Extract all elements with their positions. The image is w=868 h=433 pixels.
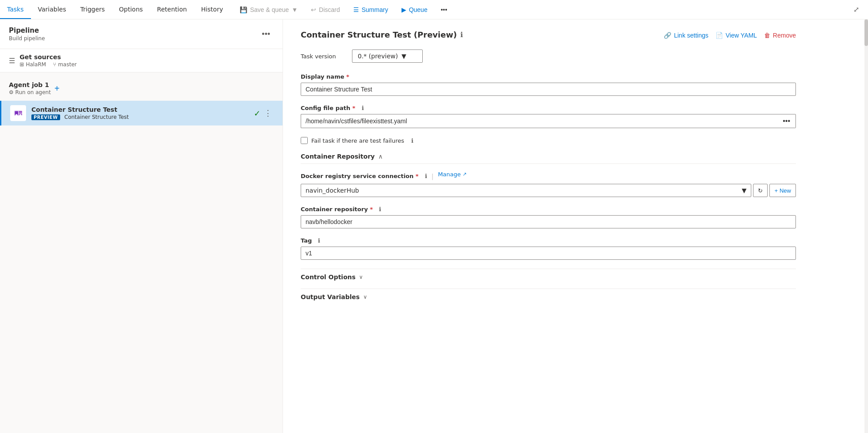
docker-info-icon-button[interactable]: ℹ (425, 173, 427, 179)
config-info-icon-button[interactable]: ℹ (362, 105, 364, 111)
tag-label-row: Tag ℹ (301, 237, 796, 244)
remove-button[interactable]: 🗑 Remove (764, 30, 796, 41)
container-repo-info-button[interactable]: ℹ (379, 206, 381, 213)
repo-collapse-icon[interactable]: ∧ (378, 153, 382, 160)
docker-divider: | (432, 173, 434, 180)
docker-registry-dropdown[interactable]: navin_dockerHub ▼ (301, 184, 751, 197)
task-item[interactable]: Container Structure Test PREVIEW Contain… (0, 101, 283, 125)
tab-history[interactable]: History (194, 0, 230, 19)
container-repo-field: Container repository * ℹ (301, 206, 796, 228)
pipeline-subtitle: Build pipeline (9, 35, 45, 42)
discard-icon: ↩ (311, 6, 316, 13)
nav-right: ⤢ (850, 2, 868, 17)
fail-task-checkbox[interactable] (301, 137, 308, 144)
task-sub: PREVIEW Container Structure Test (31, 114, 254, 120)
version-select[interactable]: 0.* (preview) ▼ (352, 49, 423, 63)
task-version-label: Task version (301, 53, 345, 60)
tab-variables[interactable]: Variables (31, 0, 73, 19)
summary-icon: ☰ (353, 6, 359, 13)
tab-retention[interactable]: Retention (150, 0, 194, 19)
pipeline-header: Pipeline Build pipeline ••• (0, 19, 283, 49)
left-panel: Pipeline Build pipeline ••• ☰ Get source… (0, 19, 283, 433)
summary-button[interactable]: ☰ Summary (348, 3, 394, 16)
check-icon: ✓ (254, 109, 260, 118)
scrollbar-thumb[interactable] (864, 19, 868, 46)
task-header-actions: 🔗 Link settings 📄 View YAML 🗑 Remove (664, 30, 796, 41)
plus-icon: + (774, 187, 778, 194)
fail-task-label[interactable]: Fail task if there are test failures (311, 137, 404, 144)
docker-registry-field: Docker registry service connection * ℹ |… (301, 171, 796, 197)
refresh-icon: ↻ (758, 187, 763, 194)
scrollbar-track (864, 19, 868, 433)
tab-triggers[interactable]: Triggers (73, 0, 112, 19)
version-chevron-icon: ▼ (401, 53, 406, 60)
task-info-icon-button[interactable]: ℹ (460, 30, 463, 39)
link-settings-button[interactable]: 🔗 Link settings (664, 30, 708, 41)
output-variables-section: Output Variables ∨ (301, 289, 796, 305)
tab-options[interactable]: Options (112, 0, 150, 19)
svg-point-6 (19, 114, 22, 116)
tag-info-button[interactable]: ℹ (318, 237, 320, 244)
display-name-input[interactable] (301, 83, 796, 96)
task-info: Container Structure Test PREVIEW Contain… (31, 106, 254, 120)
repo-required: * (370, 206, 373, 213)
docker-registry-label-row: Docker registry service connection * ℹ |… (301, 171, 796, 181)
pipeline-more-button[interactable]: ••• (258, 28, 274, 41)
config-label-row: Config file path * ℹ (301, 105, 796, 111)
get-sources-row: ☰ Get sources ⊞ HalaRM ⑂ master (0, 49, 283, 72)
agent-job-info: Agent job 1 ⚙ Run on agent (9, 81, 51, 95)
top-nav: Tasks Variables Triggers Options Retenti… (0, 0, 868, 19)
spacer (301, 70, 796, 73)
fail-task-info-button[interactable]: ℹ (411, 137, 413, 144)
branch-icon: ⑂ (53, 61, 56, 68)
more-options-button[interactable]: ••• (435, 3, 453, 16)
tab-tasks[interactable]: Tasks (0, 0, 31, 19)
repo-icon: ⊞ (19, 61, 24, 68)
tag-label: Tag (301, 237, 312, 244)
output-variables-title: Output Variables (301, 293, 359, 300)
config-file-input[interactable] (301, 114, 777, 128)
config-browse-button[interactable]: ••• (777, 114, 796, 128)
control-options-section: Control Options ∨ (301, 269, 796, 285)
display-name-label: Display name * (301, 73, 796, 80)
save-chevron-icon: ▼ (291, 6, 298, 13)
task-actions: ✓ ⋮ (254, 106, 274, 120)
task-kebab-button[interactable]: ⋮ (262, 106, 274, 120)
container-repo-input[interactable] (301, 215, 796, 228)
control-options-header[interactable]: Control Options ∨ (301, 269, 796, 285)
docker-registry-label: Docker registry service connection * (301, 173, 419, 179)
manage-link[interactable]: Manage ↗ (438, 171, 467, 181)
tag-field: Tag ℹ (301, 237, 796, 260)
dropdown-chevron-icon: ▼ (742, 187, 747, 194)
get-sources-info: Get sources ⊞ HalaRM ⑂ master (19, 53, 76, 68)
view-yaml-button[interactable]: 📄 View YAML (715, 30, 757, 41)
add-task-button[interactable]: + (51, 82, 63, 95)
manage-external-icon: ↗ (463, 171, 467, 177)
queue-play-icon: ▶ (401, 6, 406, 13)
container-repo-title: Container Repository (301, 153, 375, 160)
right-panel-inner: Container Structure Test (Preview) ℹ 🔗 L… (283, 19, 814, 319)
expand-button[interactable]: ⤢ (850, 2, 863, 17)
display-name-required: * (346, 73, 349, 80)
task-version-row: Task version 0.* (preview) ▼ (301, 49, 796, 63)
config-input-row: ••• (301, 114, 796, 128)
queue-button[interactable]: ▶ Queue (396, 3, 433, 16)
task-header: Container Structure Test (Preview) ℹ 🔗 L… (301, 30, 796, 41)
output-variables-chevron-icon: ∨ (363, 294, 367, 300)
trash-icon: 🗑 (764, 32, 770, 39)
new-connection-button[interactable]: + New (769, 184, 796, 197)
refresh-button[interactable]: ↻ (753, 184, 768, 197)
list-icon: ☰ (9, 57, 15, 65)
preview-badge: PREVIEW (31, 114, 60, 120)
task-header-title: Container Structure Test (Preview) (301, 30, 457, 39)
discard-button[interactable]: ↩ Discard (305, 3, 345, 16)
output-variables-header[interactable]: Output Variables ∨ (301, 289, 796, 305)
save-icon: 💾 (240, 6, 247, 13)
task-name: Container Structure Test (31, 106, 254, 113)
agent-job-subtitle: ⚙ Run on agent (9, 89, 51, 95)
control-options-title: Control Options (301, 273, 356, 281)
pipeline-title: Pipeline (9, 27, 45, 34)
tag-input[interactable] (301, 247, 796, 260)
save-queue-button[interactable]: 💾 Save & queue ▼ (234, 3, 303, 16)
docker-registry-value: navin_dockerHub (306, 187, 359, 194)
